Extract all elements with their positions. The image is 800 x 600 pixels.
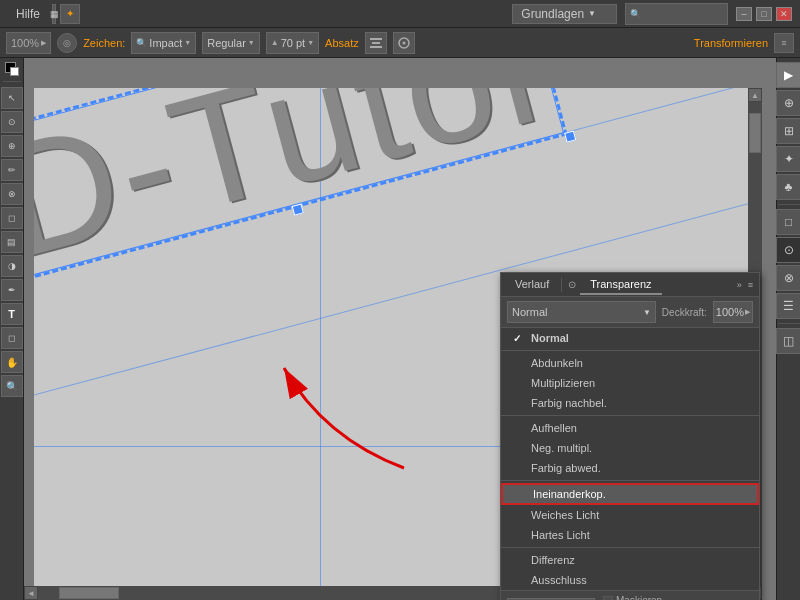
rt-btn-9[interactable]: ☰ <box>776 293 801 319</box>
panel-header: Verlauf ⊙ Transparenz » ≡ <box>501 273 759 297</box>
blend-item-hartes-licht[interactable]: Hartes Licht <box>501 525 759 545</box>
opacity-value: 100% <box>716 306 744 318</box>
blend-item-multiplizieren[interactable]: Multiplizieren <box>501 373 759 393</box>
transformieren-label: Transformieren <box>694 37 768 49</box>
rt-btn-5[interactable]: ♣ <box>776 174 801 200</box>
search-input[interactable] <box>643 6 723 22</box>
tool-brush[interactable]: ✏ <box>1 159 23 181</box>
blend-separator <box>501 350 759 351</box>
tool-hand[interactable]: ✋ <box>1 351 23 373</box>
blend-item-aufhellen-label: Aufhellen <box>531 422 577 434</box>
tool-shape[interactable]: ◻ <box>1 327 23 349</box>
tool-zoom[interactable]: 🔍 <box>1 375 23 397</box>
search-font-icon: 🔍 <box>136 38 147 48</box>
opacity-label: Deckkraft: <box>662 307 707 318</box>
blend-item-weiches-licht-label: Weiches Licht <box>531 509 599 521</box>
panel-collapse-btn[interactable]: » <box>735 278 744 292</box>
search-icon: 🔍 <box>630 9 641 19</box>
maskieren-checkbox[interactable] <box>603 596 613 601</box>
tool-dodge[interactable]: ◑ <box>1 255 23 277</box>
char-options-icon <box>397 36 411 50</box>
tool-eraser[interactable]: ◻ <box>1 207 23 229</box>
minimize-button[interactable]: – <box>736 7 752 21</box>
blend-item-abdunkeln[interactable]: Abdunkeln <box>501 353 759 373</box>
blend-item-ausschluss[interactable]: Ausschluss <box>501 570 759 590</box>
blend-mode-dropdown[interactable]: Normal ▼ <box>507 301 656 323</box>
blend-item-weiches-licht[interactable]: Weiches Licht <box>501 505 759 525</box>
char-options-btn[interactable] <box>393 32 415 54</box>
tool-lasso[interactable]: ⊙ <box>1 111 23 133</box>
tab-separator <box>561 278 562 292</box>
blend-item-farbig-nachbel-label: Farbig nachbel. <box>531 397 607 409</box>
rt-btn-2[interactable]: ⊕ <box>776 90 801 116</box>
font-size-control[interactable]: ▲ 70 pt ▼ <box>266 32 319 54</box>
tab-transparenz[interactable]: Transparenz <box>580 275 661 295</box>
font-style-control[interactable]: Regular ▼ <box>202 32 259 54</box>
menu-icon-2[interactable]: ✦ <box>60 4 80 24</box>
svg-point-4 <box>402 41 405 44</box>
rt-btn-8[interactable]: ⊗ <box>776 265 801 291</box>
blend-separator-4 <box>501 547 759 548</box>
tool-stamp[interactable]: ⊗ <box>1 183 23 205</box>
rt-btn-1[interactable]: ▶ <box>776 62 801 88</box>
blend-item-neg-multipl[interactable]: Neg. multipl. <box>501 438 759 458</box>
zoom-arrow: ▶ <box>41 39 46 47</box>
blend-item-farbig-nachbel[interactable]: Farbig nachbel. <box>501 393 759 413</box>
rt-btn-10[interactable]: ◫ <box>776 328 801 354</box>
options-circle-btn[interactable]: ◎ <box>57 33 77 53</box>
maskieren-label: Maskieren <box>616 595 662 600</box>
options-extra-btn[interactable]: ≡ <box>774 33 794 53</box>
tool-gradient[interactable]: ▤ <box>1 231 23 253</box>
zeichen-label: Zeichen: <box>83 37 125 49</box>
blend-item-ineinanderkop[interactable]: Ineinanderkop. <box>501 483 759 505</box>
zoom-control[interactable]: 100% ▶ <box>6 32 51 54</box>
separator-1 <box>3 81 21 82</box>
rt-separator-1 <box>778 204 800 205</box>
blend-item-differenz[interactable]: Differenz <box>501 550 759 570</box>
tool-pen[interactable]: ✒ <box>1 279 23 301</box>
tool-text[interactable]: T <box>1 303 23 325</box>
font-family-arrow: ▼ <box>184 39 191 46</box>
blend-separator-2 <box>501 415 759 416</box>
restore-button[interactable]: □ <box>756 7 772 21</box>
rt-separator-2 <box>778 323 800 324</box>
scroll-left-btn[interactable]: ◄ <box>24 586 38 600</box>
tool-move[interactable]: ↖ <box>1 87 23 109</box>
blend-mode-list: ✓ Normal Abdunkeln Multiplizieren Farbig… <box>501 328 759 590</box>
panel-header-right: » ≡ <box>735 278 755 292</box>
color-swatches[interactable] <box>5 62 19 76</box>
close-button[interactable]: ✕ <box>776 7 792 21</box>
blend-item-ineinanderkop-label: Ineinanderkop. <box>533 488 606 500</box>
tool-crop[interactable]: ⊕ <box>1 135 23 157</box>
font-family-control[interactable]: 🔍 Impact ▼ <box>131 32 196 54</box>
window-controls: – □ ✕ <box>736 7 792 21</box>
blend-mode-arrow: ▼ <box>643 308 651 317</box>
blend-item-aufhellen[interactable]: Aufhellen <box>501 418 759 438</box>
right-toolbar-panel: ▶ ⊕ ⊞ ✦ ♣ □ ⊙ ⊗ ☰ ◫ <box>776 58 800 600</box>
rt-btn-7[interactable]: ⊙ <box>776 237 801 263</box>
blend-item-normal-label: Normal <box>531 332 569 344</box>
checkbox-group: Maskieren Umkehren <box>603 595 662 600</box>
workspace-dropdown[interactable]: Grundlagen ▼ <box>512 4 617 24</box>
h-scroll-thumb[interactable] <box>59 587 119 599</box>
rt-btn-3[interactable]: ⊞ <box>776 118 801 144</box>
align-icon-btn[interactable] <box>365 32 387 54</box>
rt-btn-4[interactable]: ✦ <box>776 146 801 172</box>
blend-item-ausschluss-label: Ausschluss <box>531 574 587 586</box>
font-size-arrow: ▼ <box>307 39 314 46</box>
scroll-up-btn[interactable]: ▲ <box>748 88 762 102</box>
rt-btn-6[interactable]: □ <box>776 209 801 235</box>
scroll-thumb[interactable] <box>749 113 761 153</box>
font-size-up-icon: ▲ <box>271 38 279 47</box>
maskieren-checkbox-group[interactable]: Maskieren <box>603 595 662 600</box>
left-toolbar: ↖ ⊙ ⊕ ✏ ⊗ ◻ ▤ ◑ ✒ T ◻ ✋ 🔍 <box>0 58 24 600</box>
zoom-value: 100% <box>11 37 39 49</box>
blend-item-farbig-abwed[interactable]: Farbig abwed. <box>501 458 759 478</box>
tab-verlauf[interactable]: Verlauf <box>505 275 559 295</box>
panel-menu-btn[interactable]: ≡ <box>746 278 755 292</box>
menu-hilfe[interactable]: Hilfe <box>8 3 48 25</box>
svg-rect-1 <box>372 42 380 44</box>
svg-rect-2 <box>370 46 382 48</box>
blend-item-normal[interactable]: ✓ Normal <box>501 328 759 348</box>
opacity-control[interactable]: 100% ▶ <box>713 301 753 323</box>
